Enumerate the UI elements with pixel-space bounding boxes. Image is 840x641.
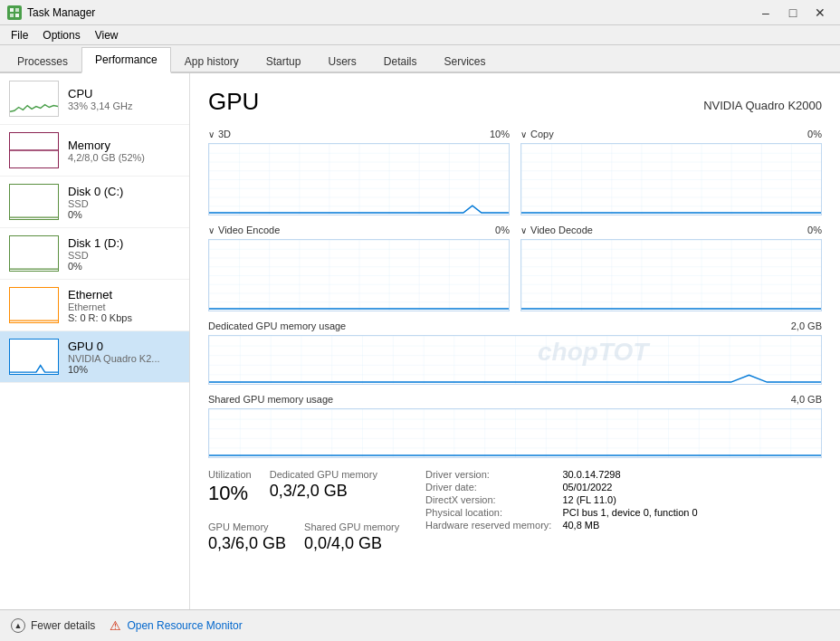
close-button[interactable]: ✕ <box>807 4 833 22</box>
chart-3d-header: 3D 10% <box>208 129 510 139</box>
shared-value: 0,0/4,0 GB <box>304 534 399 553</box>
ethernet-sub1: Ethernet <box>68 301 180 312</box>
shared-label: Shared GPU memory <box>304 521 399 532</box>
chart-3d-canvas <box>208 143 510 215</box>
util-label: Utilization <box>208 469 252 480</box>
svg-rect-9 <box>521 144 821 215</box>
gpu0-sub2: 10% <box>68 364 180 375</box>
chart-shared-gpu-memory: Shared GPU memory usage 4,0 GB <box>208 394 822 458</box>
cpu-info: CPU 33% 3,14 GHz <box>68 87 180 111</box>
sidebar-item-gpu0[interactable]: GPU 0 NVIDIA Quadro K2... 10% <box>0 331 189 383</box>
chart-shared-label: Shared GPU memory usage <box>208 394 333 405</box>
cpu-mini-chart <box>9 81 59 117</box>
svg-rect-0 <box>10 8 14 12</box>
svg-rect-11 <box>209 240 509 311</box>
chart-video-encode: Video Encode 0% <box>208 225 510 311</box>
stats-right: Driver version: 30.0.14.7298 Driver date… <box>425 469 822 562</box>
util-value: 10% <box>208 482 252 505</box>
ethernet-mini-chart <box>9 287 59 323</box>
tab-app-history[interactable]: App history <box>171 49 253 73</box>
tab-performance[interactable]: Performance <box>81 47 171 73</box>
cpu-name: CPU <box>68 87 180 100</box>
menu-options[interactable]: Options <box>35 27 87 43</box>
svg-rect-7 <box>209 144 509 215</box>
disk0-sub1: SSD <box>68 198 180 209</box>
chart-dedicated-header: Dedicated GPU memory usage 2,0 GB <box>208 320 822 331</box>
menu-view[interactable]: View <box>88 27 126 43</box>
chart-dedicated-canvas <box>208 335 822 385</box>
minimize-button[interactable]: – <box>753 4 778 22</box>
gpu-memory-value: 0,3/6,0 GB <box>208 534 286 553</box>
chart-3d-label: 3D <box>208 129 231 139</box>
title-bar-left: Task Manager <box>7 5 95 20</box>
charts-row-top: 3D 10% <box>208 129 822 215</box>
memory-mini-chart <box>9 132 59 168</box>
sidebar-item-disk1[interactable]: Disk 1 (D:) SSD 0% <box>0 228 189 280</box>
tab-processes[interactable]: Processes <box>4 49 81 73</box>
tab-details[interactable]: Details <box>370 49 431 73</box>
memory-sub1: 4,2/8,0 GB (52%) <box>68 152 180 163</box>
directx-val: 12 (FL 11.0) <box>562 494 822 505</box>
stat-shared: Shared GPU memory 0,0/4,0 GB <box>304 521 399 553</box>
svg-rect-2 <box>10 14 14 17</box>
gpu0-sub1: NVIDIA Quadro K2... <box>68 353 180 364</box>
disk1-sub1: SSD <box>68 250 180 261</box>
driver-version-val: 30.0.14.7298 <box>562 469 822 480</box>
gpu-memory-label: GPU Memory <box>208 521 286 532</box>
chart-shared-value: 4,0 GB <box>791 394 822 405</box>
title-bar: Task Manager – □ ✕ <box>0 0 840 25</box>
chart-3d: 3D 10% <box>208 129 510 215</box>
stats-section: Utilization 10% Dedicated GPU memory 0,3… <box>208 469 822 562</box>
sidebar-item-ethernet[interactable]: Ethernet Ethernet S: 0 R: 0 Kbps <box>0 280 189 331</box>
app-title: Task Manager <box>27 6 95 19</box>
disk1-sub2: 0% <box>68 261 180 272</box>
chart-video-decode-label: Video Decode <box>520 225 593 235</box>
chart-shared-header: Shared GPU memory usage 4,0 GB <box>208 394 822 405</box>
tab-users[interactable]: Users <box>314 49 369 73</box>
chart-video-encode-canvas <box>208 239 510 311</box>
ethernet-name: Ethernet <box>68 288 180 301</box>
chart-video-decode-percent: 0% <box>807 225 822 235</box>
physical-key: Physical location: <box>425 507 551 518</box>
fewer-details-button[interactable]: ▲ Fewer details <box>11 618 95 633</box>
menu-bar: File Options View <box>0 25 840 45</box>
sidebar: CPU 33% 3,14 GHz Memory 4,2/8,0 GB (52%) <box>0 73 190 609</box>
resource-monitor-icon: ⚠ <box>110 618 121 633</box>
svg-rect-13 <box>521 240 821 311</box>
sidebar-item-memory[interactable]: Memory 4,2/8,0 GB (52%) <box>0 125 189 177</box>
memory-name: Memory <box>68 139 180 152</box>
sidebar-item-cpu[interactable]: CPU 33% 3,14 GHz <box>0 73 189 125</box>
driver-version-key: Driver version: <box>425 469 551 480</box>
info-grid: Driver version: 30.0.14.7298 Driver date… <box>425 469 822 531</box>
stat-gpu-memory: GPU Memory 0,3/6,0 GB <box>208 521 286 553</box>
chart-copy: Copy 0% <box>520 129 822 215</box>
tab-services[interactable]: Services <box>431 49 500 73</box>
tab-bar: Processes Performance App history Startu… <box>0 45 840 73</box>
chart-shared-canvas <box>208 408 822 458</box>
sidebar-item-disk0[interactable]: Disk 0 (C:) SSD 0% <box>0 177 189 228</box>
chart-copy-canvas <box>520 143 822 215</box>
tab-startup[interactable]: Startup <box>253 49 315 73</box>
svg-rect-3 <box>15 14 19 17</box>
open-resource-monitor-button[interactable]: ⚠ Open Resource Monitor <box>110 618 242 633</box>
driver-date-key: Driver date: <box>425 482 551 493</box>
disk0-name: Disk 0 (C:) <box>68 185 180 198</box>
content-area: GPU NVIDIA Quadro K2000 chopTOT 3D 10% <box>190 73 840 609</box>
chart-dedicated-value: 2,0 GB <box>791 320 822 331</box>
menu-file[interactable]: File <box>4 27 35 43</box>
disk0-info: Disk 0 (C:) SSD 0% <box>68 185 180 220</box>
chart-video-decode-header: Video Decode 0% <box>520 225 822 235</box>
chart-copy-percent: 0% <box>807 129 822 139</box>
gpu0-name: GPU 0 <box>68 340 180 353</box>
hw-reserved-val: 40,8 MB <box>562 520 822 531</box>
maximize-button[interactable]: □ <box>780 4 806 22</box>
dedicated-value: 0,3/2,0 GB <box>270 482 377 501</box>
fewer-details-icon: ▲ <box>11 618 25 633</box>
bottom-bar: ▲ Fewer details ⚠ Open Resource Monitor <box>0 609 840 640</box>
dedicated-label: Dedicated GPU memory <box>270 469 377 480</box>
cpu-sub1: 33% 3,14 GHz <box>68 100 180 111</box>
stats-left: Utilization 10% Dedicated GPU memory 0,3… <box>208 469 425 562</box>
disk1-name: Disk 1 (D:) <box>68 236 180 250</box>
window-controls: – □ ✕ <box>753 4 833 22</box>
driver-date-val: 05/01/2022 <box>562 482 822 493</box>
